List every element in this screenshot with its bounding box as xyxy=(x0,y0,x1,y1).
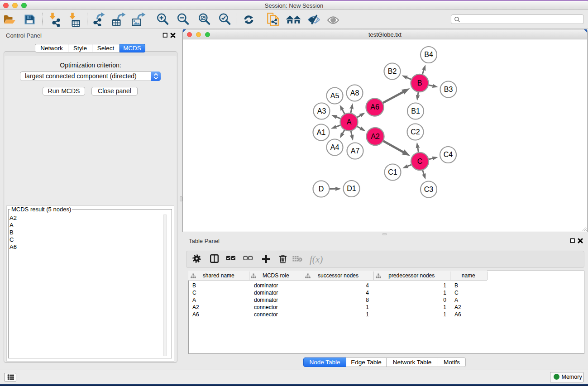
svg-text:A6: A6 xyxy=(370,103,379,111)
svg-text:A7: A7 xyxy=(351,147,360,155)
svg-text:C3: C3 xyxy=(424,186,434,193)
svg-text:D1: D1 xyxy=(347,185,356,192)
svg-text:A5: A5 xyxy=(330,92,339,100)
svg-text:C: C xyxy=(417,157,423,165)
svg-text:B1: B1 xyxy=(411,107,420,115)
svg-text:C4: C4 xyxy=(444,151,453,158)
svg-text:B3: B3 xyxy=(444,86,453,93)
svg-text:B4: B4 xyxy=(424,51,433,58)
svg-text:B: B xyxy=(417,79,422,87)
svg-text:A3: A3 xyxy=(317,107,326,115)
svg-text:A2: A2 xyxy=(371,133,380,140)
svg-text:C1: C1 xyxy=(388,168,397,176)
svg-text:B2: B2 xyxy=(388,67,397,75)
svg-text:D: D xyxy=(319,185,324,193)
svg-text:A8: A8 xyxy=(350,89,359,97)
svg-text:A4: A4 xyxy=(330,143,339,151)
svg-text:C2: C2 xyxy=(411,128,420,136)
svg-text:A1: A1 xyxy=(317,129,326,136)
svg-text:A: A xyxy=(347,118,352,126)
